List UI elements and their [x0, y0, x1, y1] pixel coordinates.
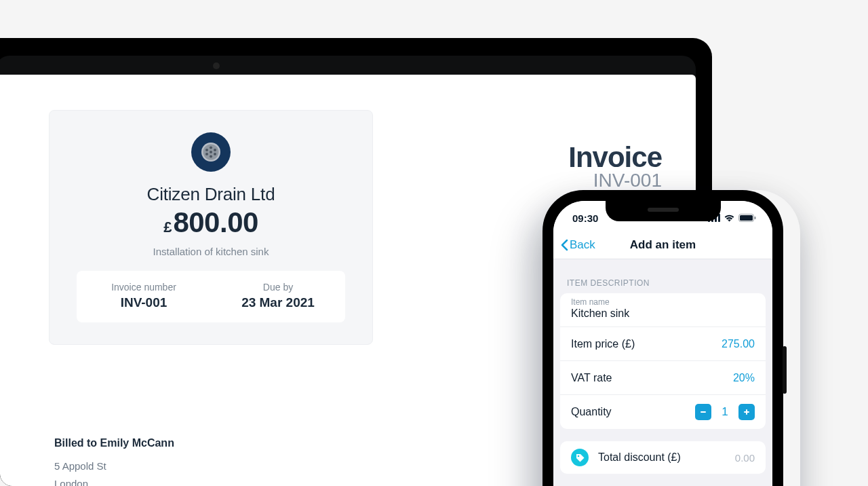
item-form-group: Item name Kitchen sink Item price (£) 27… — [560, 293, 766, 429]
invoice-number-cell: Invoice number INV-001 — [77, 271, 211, 322]
quantity-decrement-button[interactable] — [695, 404, 711, 420]
billed-to-address-line: 5 Appold St — [54, 457, 174, 475]
svg-rect-15 — [755, 217, 756, 219]
invoice-description: Installation of kitchen sink — [50, 246, 372, 257]
tablet-camera — [213, 62, 220, 69]
svg-rect-16 — [701, 411, 706, 413]
billed-to-block: Billed to Emily McCann 5 Appold St Londo… — [54, 437, 174, 486]
svg-point-4 — [210, 155, 212, 158]
svg-point-2 — [210, 151, 212, 153]
phone-side-button — [783, 346, 787, 394]
quantity-label: Quantity — [571, 406, 612, 418]
invoice-summary-card: Citizen Drain Ltd £ 800.00 Installation … — [49, 110, 373, 345]
back-button[interactable]: Back — [560, 231, 595, 259]
item-price-field[interactable]: Item price (£) 275.00 — [560, 327, 766, 361]
phone-device-frame: 09:30 Back Add an item ITEM DES — [542, 190, 783, 486]
currency-symbol: £ — [163, 219, 172, 236]
status-time: 09:30 — [572, 212, 598, 224]
svg-point-5 — [205, 149, 208, 151]
phone-screen: 09:30 Back Add an item ITEM DES — [553, 201, 772, 486]
back-button-label: Back — [570, 238, 595, 252]
wifi-icon — [724, 212, 735, 224]
invoice-due-label: Due by — [218, 282, 338, 293]
phone-notch — [606, 201, 721, 221]
invoice-number-value: INV-001 — [83, 295, 204, 310]
item-name-label: Item name — [571, 297, 755, 307]
item-name-value: Kitchen sink — [571, 307, 755, 320]
svg-rect-14 — [740, 215, 753, 221]
svg-point-7 — [205, 153, 208, 155]
invoice-amount: £ 800.00 — [50, 206, 372, 239]
billed-to-address-line: London — [54, 475, 174, 487]
quantity-stepper: 1 — [695, 404, 755, 420]
svg-point-3 — [210, 147, 212, 149]
vat-rate-value: 20% — [733, 372, 755, 384]
item-price-value: 275.00 — [722, 338, 755, 350]
quantity-value: 1 — [721, 405, 729, 419]
company-name: Citizen Drain Ltd — [50, 184, 372, 205]
company-logo — [191, 132, 231, 172]
discount-value: 0.00 — [735, 452, 755, 464]
discount-label: Total discount (£) — [598, 451, 681, 464]
amount-value: 800.00 — [173, 206, 258, 239]
quantity-increment-button[interactable] — [738, 404, 755, 420]
navigation-bar: Back Add an item — [553, 231, 772, 259]
invoice-title: Invoice — [431, 143, 662, 172]
battery-icon — [738, 212, 756, 224]
item-price-label: Item price (£) — [571, 338, 635, 350]
svg-point-19 — [577, 455, 579, 457]
invoice-due-value: 23 Mar 2021 — [218, 295, 338, 310]
svg-rect-18 — [746, 409, 747, 415]
vat-rate-label: VAT rate — [571, 372, 612, 384]
vat-rate-field[interactable]: VAT rate 20% — [560, 361, 766, 395]
svg-point-8 — [214, 153, 216, 155]
invoice-due-cell: Due by 23 Mar 2021 — [211, 271, 345, 322]
navigation-title: Add an item — [630, 238, 696, 252]
invoice-subtitle: INV-001 — [431, 170, 662, 191]
invoice-number-label: Invoice number — [83, 282, 204, 293]
item-name-field[interactable]: Item name Kitchen sink — [560, 293, 766, 327]
quantity-field: Quantity 1 — [560, 395, 766, 429]
svg-point-6 — [214, 149, 216, 151]
section-header: ITEM DESCRIPTION — [553, 259, 772, 293]
tag-icon — [571, 449, 589, 466]
billed-to-heading: Billed to Emily McCann — [54, 437, 174, 449]
total-discount-field[interactable]: Total discount (£) 0.00 — [560, 441, 766, 474]
